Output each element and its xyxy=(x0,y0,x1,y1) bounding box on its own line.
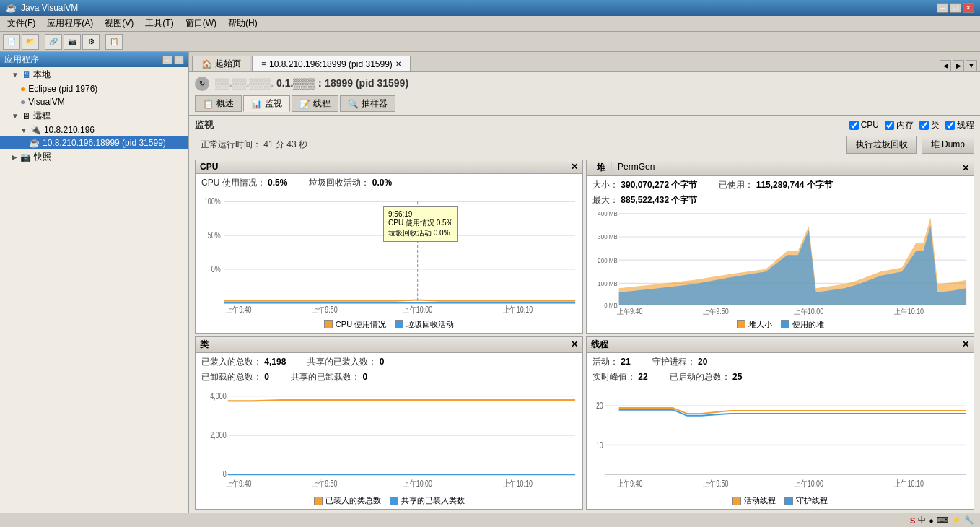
thread-started-stat: 已启动的总数： 25 xyxy=(670,371,743,383)
class-loaded-value: 4,198 xyxy=(264,357,286,367)
cpu-usage-stat: CPU 使用情况： 0.5% xyxy=(201,177,287,189)
sidebar-item-remote[interactable]: ▼ 🖥 远程 xyxy=(0,108,188,123)
tab-monitor-close[interactable]: ✕ xyxy=(395,60,401,68)
heap-chart-close[interactable]: ✕ xyxy=(962,163,969,173)
toolbar-btn3[interactable]: 🔗 xyxy=(45,34,62,50)
tab-nav-down[interactable]: ▼ xyxy=(966,60,977,71)
cpu-chart-close[interactable]: ✕ xyxy=(571,162,578,172)
legend-class-loaded-color xyxy=(314,497,323,505)
monitor-tab-sampler[interactable]: 🔍 抽样器 xyxy=(340,95,395,112)
checkbox-memory[interactable]: 内存 xyxy=(885,119,914,131)
svg-text:上午10:10: 上午10:10 xyxy=(894,307,924,315)
monitor-tab-overview[interactable]: 📋 概述 xyxy=(195,95,242,112)
ip-label: 10.8.210.196 xyxy=(44,125,95,135)
checkbox-thread[interactable]: 线程 xyxy=(945,119,974,131)
checkbox-cpu[interactable]: CPU xyxy=(849,120,879,130)
legend-heap-used-label: 使用的堆 xyxy=(792,319,824,330)
legend-cpu-color xyxy=(324,320,333,328)
sidebar-item-pid[interactable]: ☕ 10.8.210.196:18999 (pid 31599) xyxy=(0,136,188,149)
menu-tools[interactable]: 工具(T) xyxy=(141,16,178,31)
heap-dump-button[interactable]: 堆 Dump xyxy=(922,136,974,154)
toolbar-btn6[interactable]: 📋 xyxy=(105,34,123,50)
memory-checkbox[interactable] xyxy=(885,121,894,130)
heap-tabs: 堆 PermGen xyxy=(591,162,660,174)
toolbar-open[interactable]: 📂 xyxy=(22,34,39,50)
svg-text:上午9:40: 上午9:40 xyxy=(617,478,643,488)
sidebar-item-snapshot[interactable]: ▶ 📷 快照 xyxy=(0,149,188,165)
svg-text:上午9:50: 上午9:50 xyxy=(703,478,729,488)
menu-window[interactable]: 窗口(W) xyxy=(181,16,221,31)
content-area: 🏠 起始页 ≡ 10.8.210.196:18999 (pid 31599) ✕… xyxy=(189,52,980,513)
local-arrow: ▼ xyxy=(12,71,19,79)
cpu-checkbox[interactable] xyxy=(849,121,859,130)
menu-app[interactable]: 应用程序(A) xyxy=(43,16,97,31)
thread-peak-label: 实时峰值： xyxy=(592,372,636,382)
maximize-button[interactable]: □ xyxy=(950,3,961,13)
minimize-button[interactable]: ─ xyxy=(937,3,948,13)
eclipse-icon: ● xyxy=(20,84,25,94)
heap-chart-svg: 400 MB 300 MB 200 MB 100 MB 0 MB 上午9:40 … xyxy=(587,209,974,318)
cpu-chart-body: 100% 50% 0% 上午9:40 上午9:50 xyxy=(196,192,582,318)
class-shared-unloaded-value: 0 xyxy=(362,372,367,382)
cpu-chart-svg: 100% 50% 0% 上午9:40 上午9:50 xyxy=(196,192,582,318)
cpu-chart-legend: CPU 使用情况 垃圾回收活动 xyxy=(196,318,582,333)
class-unloaded-label: 已卸载的总数： xyxy=(201,372,262,382)
thread-checkbox[interactable] xyxy=(945,121,955,130)
snapshot-icon: 📷 xyxy=(20,152,31,162)
toolbar-new[interactable]: 📄 xyxy=(3,34,20,50)
class-chart-header: 类 ✕ xyxy=(196,337,582,353)
legend-thread-active: 活动线程 xyxy=(732,495,776,506)
menu-view[interactable]: 视图(V) xyxy=(100,16,138,31)
class-chart-panel: 类 ✕ 已装入的总数： 4,198 共享的已装入数： 0 xyxy=(195,336,583,510)
tab-start[interactable]: 🏠 起始页 xyxy=(192,56,250,71)
class-checkbox[interactable] xyxy=(919,121,929,130)
uptime-value: 41 分 43 秒 xyxy=(263,139,307,149)
monitor-tab-thread[interactable]: 📝 线程 xyxy=(292,95,338,112)
class-loaded-label: 已装入的总数： xyxy=(201,357,262,367)
legend-gc: 垃圾回收活动 xyxy=(395,319,454,330)
toolbar-btn5[interactable]: ⚙ xyxy=(82,34,100,50)
sidebar-item-local[interactable]: ▼ 🖥 本地 xyxy=(0,67,188,82)
sidebar-expand-btn[interactable]: □ xyxy=(174,56,184,64)
loading-indicator: ↻ xyxy=(195,77,209,91)
tab-monitor-icon: ≡ xyxy=(261,59,266,69)
tab-monitor[interactable]: ≡ 10.8.210.196:18999 (pid 31599) ✕ xyxy=(252,56,411,71)
status-icon-dot: ● xyxy=(929,516,934,525)
class-chart-close[interactable]: ✕ xyxy=(571,339,578,349)
legend-thread-daemon-color xyxy=(784,497,793,505)
svg-text:上午10:00: 上午10:00 xyxy=(403,478,432,488)
class-unloaded-value: 0 xyxy=(264,372,269,382)
toolbar-btn4[interactable]: 📷 xyxy=(64,34,81,50)
tab-nav-right[interactable]: ▶ xyxy=(953,60,964,71)
svg-text:400 MB: 400 MB xyxy=(598,210,618,218)
tab-nav-left[interactable]: ◀ xyxy=(940,60,951,71)
checkbox-class[interactable]: 类 xyxy=(919,119,940,131)
monitor-action-row: 正常运行时间： 41 分 43 秒 执行垃圾回收 堆 Dump xyxy=(189,134,980,157)
tab-monitor-label: 10.8.210.196:18999 (pid 31599) xyxy=(269,59,393,69)
cpu-chart-header: CPU ✕ xyxy=(196,160,582,174)
ip-arrow: ▼ xyxy=(20,126,27,134)
svg-text:10: 10 xyxy=(596,440,603,450)
monitor-tab-monitor[interactable]: 📊 监视 xyxy=(243,95,290,112)
sidebar-item-eclipse[interactable]: ● Eclipse (pid 1976) xyxy=(0,82,188,95)
gc-button[interactable]: 执行垃圾回收 xyxy=(846,136,917,154)
legend-thread-daemon-label: 守护线程 xyxy=(796,495,828,506)
thread-active-stat: 活动： 21 xyxy=(592,356,631,368)
menu-help[interactable]: 帮助(H) xyxy=(224,16,262,31)
heap-tab-permgen[interactable]: PermGen xyxy=(612,162,660,174)
pid-label: 10.8.210.196:18999 (pid 31599) xyxy=(43,138,166,148)
heap-chart-panel: 堆 PermGen ✕ 大小： 390,070,272 个字节 已使用： 115… xyxy=(586,160,974,334)
sidebar-item-ip[interactable]: ▼ 🔌 10.8.210.196 xyxy=(0,123,188,136)
svg-text:100%: 100% xyxy=(204,196,221,206)
thread-chart-close[interactable]: ✕ xyxy=(962,339,969,349)
sidebar-item-visualvm[interactable]: ● VisualVM xyxy=(0,95,188,108)
close-button[interactable]: ✕ xyxy=(963,3,974,13)
thread-chart-stats2: 实时峰值： 22 已启动的总数： 25 xyxy=(587,371,974,386)
thread-chart-svg: 20 10 上午9:40 上午9:50 上午10:00 上午10:10 xyxy=(587,386,974,495)
gc-activity-value: 0.0% xyxy=(372,178,392,188)
menu-file[interactable]: 文件(F) xyxy=(3,16,40,31)
thread-peak-stat: 实时峰值： 22 xyxy=(592,371,648,383)
sidebar-minimize-btn[interactable]: – xyxy=(162,56,172,64)
heap-tab-heap[interactable]: 堆 xyxy=(591,162,612,174)
thread-chart-panel: 线程 ✕ 活动： 21 守护进程： 20 xyxy=(586,336,974,510)
